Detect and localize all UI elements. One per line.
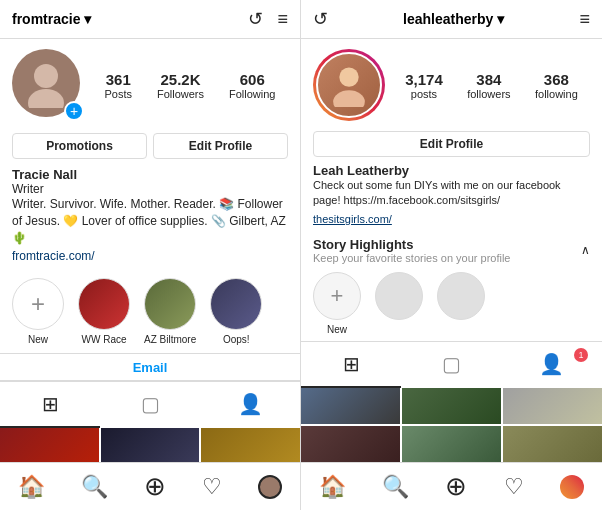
right-new-circle: + <box>313 272 361 320</box>
right-followers-stat: 384 followers <box>467 71 510 100</box>
right-profile-button[interactable] <box>560 475 584 499</box>
highlight-az-biltmore[interactable]: AZ Biltmore <box>144 278 196 345</box>
right-stats-row: 3,174 posts 384 followers 368 following <box>301 39 602 127</box>
highlight-new[interactable]: + New <box>12 278 64 345</box>
right-posts-stat: 3,174 posts <box>405 71 443 100</box>
bio-name: Tracie Nall <box>12 167 288 182</box>
right-square-icon: ▢ <box>442 352 461 376</box>
history-icon[interactable]: ↺ <box>248 8 263 30</box>
home-nav-button[interactable]: 🏠 <box>18 474 45 500</box>
posts-label: Posts <box>104 88 132 100</box>
right-posts-label: posts <box>411 88 437 100</box>
tab-grid[interactable]: ⊞ <box>0 382 100 428</box>
right-edit-profile-button[interactable]: Edit Profile <box>313 131 590 157</box>
left-header-icons: ↺ ≡ <box>248 8 288 30</box>
grid-photo-1[interactable] <box>0 428 99 462</box>
following-stat: 606 Following <box>229 71 275 100</box>
left-bottom-nav: 🏠 🔍 ⊕ ♡ <box>0 462 300 510</box>
add-nav-button[interactable]: ⊕ <box>144 471 166 502</box>
promotions-button[interactable]: Promotions <box>12 133 147 159</box>
right-username-text: leahleatherby <box>403 11 493 27</box>
search-nav-button[interactable]: 🔍 <box>81 474 108 500</box>
right-tab-grid[interactable]: ⊞ <box>301 342 401 388</box>
right-username[interactable]: leahleatherby ▾ <box>403 11 504 27</box>
username-text: fromtracie <box>12 11 80 27</box>
right-add-button[interactable]: ⊕ <box>445 471 467 502</box>
right-chevron-icon: ▾ <box>497 11 504 27</box>
tab-square[interactable]: ▢ <box>100 382 200 428</box>
email-label: Email <box>133 360 168 375</box>
right-tab-person[interactable]: 👤 1 <box>502 342 602 388</box>
right-avatar-image <box>327 63 371 107</box>
right-tab-square[interactable]: ▢ <box>401 342 501 388</box>
right-likes-button[interactable]: ♡ <box>504 474 524 500</box>
left-action-buttons: Promotions Edit Profile <box>0 127 300 165</box>
left-tabs: ⊞ ▢ 👤 <box>0 381 300 428</box>
right-edit-profile-wrap: Edit Profile <box>301 127 602 161</box>
highlight-oops-label: Oops! <box>223 334 250 345</box>
profile-nav-button[interactable] <box>258 475 282 499</box>
right-bottom-nav: 🏠 🔍 ⊕ ♡ <box>301 462 602 510</box>
followers-count: 25.2K <box>160 71 200 88</box>
left-highlights-row: + New WW Race AZ Biltmore Oops! <box>0 270 300 353</box>
back-icon[interactable]: ↺ <box>313 8 328 30</box>
right-story-highlights-title-wrap: Story Highlights Keep your favorite stor… <box>313 237 511 264</box>
right-home-button[interactable]: 🏠 <box>319 474 346 500</box>
chevron-up-icon[interactable]: ∧ <box>581 243 590 257</box>
grid-photo-2[interactable] <box>101 428 200 462</box>
left-username[interactable]: fromtracie ▾ <box>12 11 91 27</box>
svg-point-3 <box>339 67 358 86</box>
right-followers-count: 384 <box>476 71 501 88</box>
right-photo-6[interactable] <box>503 426 602 462</box>
oops-circle <box>210 278 262 330</box>
right-bio: Leah Leatherby Check out some fun DIYs w… <box>301 161 602 231</box>
right-circle-2 <box>375 272 423 320</box>
right-story-highlights-header: Story Highlights Keep your favorite stor… <box>301 231 602 266</box>
ww-race-circle <box>78 278 130 330</box>
grid-photo-3[interactable] <box>201 428 300 462</box>
posts-stat: 361 Posts <box>104 71 132 100</box>
right-menu-icon[interactable]: ≡ <box>579 9 590 30</box>
highlight-oops[interactable]: Oops! <box>210 278 262 345</box>
left-stats-row: + 361 Posts 25.2K Followers 606 Followin… <box>0 39 300 127</box>
right-highlight-new[interactable]: + New <box>313 272 361 335</box>
right-followers-label: followers <box>467 88 510 100</box>
right-highlight-3[interactable] <box>437 272 485 335</box>
new-highlight-circle: + <box>12 278 64 330</box>
right-new-label: New <box>327 324 347 335</box>
plus-icon: + <box>31 290 45 318</box>
right-profile-panel: ↺ leahleatherby ▾ ≡ 3,174 posts <box>301 0 602 510</box>
right-header: ↺ leahleatherby ▾ ≡ <box>301 0 602 39</box>
right-following-stat: 368 following <box>535 71 578 100</box>
right-highlights-row: + New <box>301 266 602 341</box>
right-photo-4[interactable] <box>301 426 400 462</box>
right-search-button[interactable]: 🔍 <box>382 474 409 500</box>
edit-profile-button[interactable]: Edit Profile <box>153 133 288 159</box>
add-story-button[interactable]: + <box>64 101 84 121</box>
right-highlight-2[interactable] <box>375 272 423 335</box>
right-grid-icon: ⊞ <box>343 352 360 376</box>
left-avatar-wrap: + <box>12 49 84 121</box>
following-label: Following <box>229 88 275 100</box>
bio-link[interactable]: fromtracie.com/ <box>12 249 95 263</box>
menu-icon[interactable]: ≡ <box>277 9 288 30</box>
avatar-image <box>21 58 71 108</box>
right-following-label: following <box>535 88 578 100</box>
right-posts-count: 3,174 <box>405 71 443 88</box>
svg-point-4 <box>333 90 365 107</box>
right-stats-numbers: 3,174 posts 384 followers 368 following <box>393 71 590 100</box>
right-bio-link[interactable]: thesitsgirls.com/ <box>313 213 392 225</box>
highlight-ww-race[interactable]: WW Race <box>78 278 130 345</box>
tab-person[interactable]: 👤 <box>200 382 300 428</box>
right-photo-1[interactable] <box>301 388 400 424</box>
right-avatar <box>316 52 382 118</box>
highlight-ww-race-label: WW Race <box>82 334 127 345</box>
likes-nav-button[interactable]: ♡ <box>202 474 222 500</box>
left-header: fromtracie ▾ ↺ ≡ <box>0 0 300 39</box>
right-photo-2[interactable] <box>402 388 501 424</box>
right-photo-5[interactable] <box>402 426 501 462</box>
right-photo-grid <box>301 388 602 462</box>
right-tabs: ⊞ ▢ 👤 1 <box>301 341 602 388</box>
right-photo-3[interactable] <box>503 388 602 424</box>
story-highlights-title: Story Highlights <box>313 237 511 252</box>
